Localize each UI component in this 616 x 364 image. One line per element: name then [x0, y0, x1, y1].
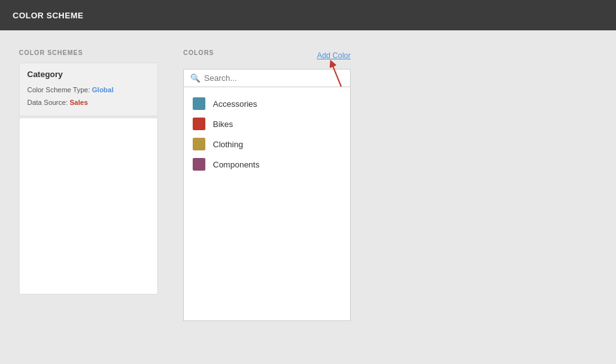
colors-label: COLORS	[183, 49, 214, 56]
colors-list: AccessoriesBikesClothingComponents	[183, 87, 351, 321]
app-title: COLOR SCHEME	[13, 11, 83, 20]
color-name: Clothing	[213, 140, 243, 149]
color-name: Accessories	[213, 99, 257, 109]
list-item[interactable]: Accessories	[184, 94, 350, 114]
search-icon: 🔍	[190, 73, 200, 83]
type-label: Color Scheme Type:	[27, 86, 90, 94]
main-content: COLOR SCHEMES Category Color Scheme Type…	[0, 30, 616, 364]
type-value: Global	[92, 86, 114, 94]
source-label: Data Source:	[27, 99, 68, 106]
color-swatch	[193, 158, 205, 171]
scheme-source-row: Data Source: Sales	[27, 97, 150, 109]
color-swatch	[193, 97, 205, 110]
color-swatch	[193, 138, 205, 150]
color-swatch	[193, 118, 205, 130]
scheme-empty-area	[19, 118, 158, 294]
search-input[interactable]	[204, 73, 344, 83]
color-schemes-label: COLOR SCHEMES	[19, 49, 158, 56]
list-item[interactable]: Bikes	[184, 114, 350, 134]
scheme-title: Category	[27, 70, 150, 79]
add-color-button[interactable]: Add Color	[317, 51, 351, 60]
search-box[interactable]: 🔍	[183, 69, 351, 87]
scheme-card[interactable]: Category Color Scheme Type: Global Data …	[19, 63, 158, 116]
scheme-meta: Color Scheme Type: Global Data Source: S…	[27, 84, 150, 109]
source-value: Sales	[69, 99, 88, 106]
color-name: Components	[213, 160, 260, 169]
right-panel-header: COLORS Add Color	[183, 49, 351, 63]
scheme-type-row: Color Scheme Type: Global	[27, 84, 150, 97]
left-panel: COLOR SCHEMES Category Color Scheme Type…	[19, 49, 158, 345]
app-header: COLOR SCHEME	[0, 0, 616, 30]
color-name: Bikes	[213, 119, 233, 129]
right-panel: COLORS Add Color 🔍 Accessor	[183, 49, 351, 345]
list-item[interactable]: Clothing	[184, 134, 350, 154]
list-item[interactable]: Components	[184, 154, 350, 174]
